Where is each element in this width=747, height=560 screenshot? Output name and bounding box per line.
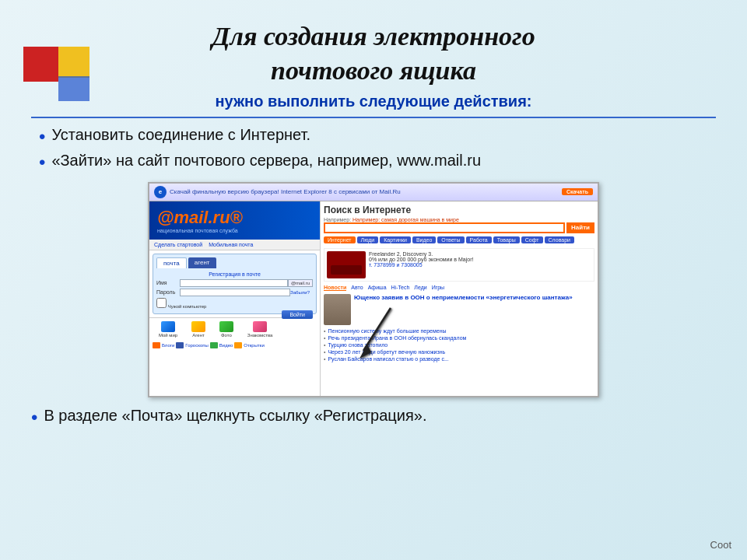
news-tab-hitech[interactable]: Hi-Tech	[391, 285, 410, 291]
divider	[31, 117, 716, 118]
mymirror-icon	[161, 321, 175, 332]
search-button[interactable]: Найти	[566, 222, 594, 233]
svg-line-0	[363, 308, 391, 351]
tab-video[interactable]: Видео	[412, 236, 436, 243]
link-blogs[interactable]: Блоги	[153, 342, 174, 348]
search-example: Например: Например: самая дорогая машина…	[324, 217, 594, 222]
news-tab-auto[interactable]: Авто	[351, 285, 363, 291]
subtitle: нужно выполнить следующие действия:	[31, 93, 716, 110]
bullet-item-1: Установить соединение с Интернет.	[39, 126, 716, 149]
agent-icon	[191, 321, 205, 332]
car-offer: 0% или до 200 000 руб экономии в Major!	[369, 257, 473, 262]
car-phone[interactable]: т. 7378999 и 7308005	[369, 262, 423, 268]
horoscope-icon	[176, 342, 184, 348]
yellow-square	[58, 47, 89, 78]
link-postcards[interactable]: Открытки	[234, 342, 264, 348]
registration-link[interactable]: Регистрация в почте	[156, 271, 313, 277]
icon-mymirror[interactable]: Мой мир	[159, 321, 177, 338]
login-button[interactable]: Войти	[282, 310, 313, 319]
ie-download-button[interactable]: Скачать	[562, 188, 593, 195]
blogs-icon	[153, 342, 160, 348]
news-tab-games[interactable]: Игры	[432, 285, 445, 291]
news-tabs: Новости Авто Афиша Hi-Tech Леди Игры	[324, 285, 594, 291]
link-video[interactable]: Видео	[210, 342, 233, 348]
mail-logo: @mail.ru®	[157, 208, 243, 228]
mail-panel: @mail.ru® национальная почтовая служба С…	[149, 201, 321, 396]
search-tabs: Интернет Люди Картинки Видео Ответы Рабо…	[324, 236, 594, 243]
search-input[interactable]	[324, 222, 565, 233]
photo-icon	[219, 321, 233, 332]
icon-dating[interactable]: Знакомства	[247, 321, 273, 338]
slide: Для создания электронного почтового ящик…	[0, 0, 747, 560]
name-row: Имя @mail.ru	[156, 279, 313, 287]
tab-soft[interactable]: Софт	[521, 236, 543, 243]
example-link[interactable]: Например: самая дорогая машина в мире	[352, 217, 459, 222]
ie-logo-icon: e	[154, 186, 167, 198]
icon-photo[interactable]: Фото	[219, 321, 233, 338]
foreign-computer-check: Чужой компьютер	[156, 298, 313, 309]
news-tab-news[interactable]: Новости	[324, 285, 346, 291]
car-ad: Freelander 2, Discovery 3. 0% или до 200…	[324, 248, 594, 282]
password-input[interactable]	[180, 289, 290, 296]
search-panel: Поиск в Интернете Например: Например: са…	[321, 201, 598, 396]
ie-toolbar: e Скачай финальную версию браузера! Inte…	[149, 184, 598, 201]
tab-dictionaries[interactable]: Словари	[545, 236, 574, 243]
mail-nav: Сделать стартовой Мобильная почта	[149, 240, 320, 250]
forgot-link[interactable]: Забыли?	[290, 290, 310, 295]
blue-square	[58, 76, 89, 101]
tab-people[interactable]: Люди	[357, 236, 379, 243]
postcards-icon	[234, 342, 242, 348]
bullet-list: Установить соединение с Интернет. «Зайти…	[39, 126, 716, 174]
news-tab-lady[interactable]: Леди	[414, 285, 426, 291]
domain-label: @mail.ru	[288, 279, 313, 287]
icon-agent[interactable]: Агент	[191, 321, 205, 338]
decorative-squares	[23, 47, 93, 101]
mail-tagline: национальная почтовая служба	[157, 228, 243, 233]
tab-mail[interactable]: почта	[156, 257, 187, 268]
main-title: Для создания электронного почтового ящик…	[31, 19, 716, 88]
dating-icon	[253, 321, 267, 332]
nav-startpage[interactable]: Сделать стартовой	[154, 242, 202, 247]
password-row: Пароль Забыли?	[156, 289, 313, 296]
mail-icons-row: Мой мир Агент Фото Знакомства	[149, 317, 282, 341]
news-tab-afisha[interactable]: Афиша	[368, 285, 387, 291]
tab-goods[interactable]: Товары	[493, 236, 520, 243]
password-label: Пароль	[156, 289, 180, 295]
screenshot-body: @mail.ru® национальная почтовая служба С…	[149, 201, 598, 396]
search-title: Поиск в Интернете	[324, 205, 594, 215]
bullet-item-2: «Зайти» на сайт почтового сервера, напри…	[39, 152, 716, 174]
person-image	[324, 294, 351, 325]
tab-agent[interactable]: агент	[188, 257, 216, 268]
nav-mobile[interactable]: Мобильная почта	[209, 242, 253, 247]
car-title: Freelander 2, Discovery 3.	[369, 251, 473, 257]
login-tabs: почта агент	[156, 257, 313, 268]
screenshot-box: e Скачай финальную версию браузера! Inte…	[148, 182, 599, 397]
car-image	[327, 251, 366, 278]
tab-work[interactable]: Работа	[466, 236, 492, 243]
slide-number: Coot	[710, 539, 731, 551]
search-bar: Найти	[324, 222, 594, 233]
link-horoscope[interactable]: Гороскопы	[176, 342, 208, 348]
tab-internet[interactable]: Интернет	[324, 236, 356, 243]
video-icon	[210, 342, 218, 348]
ie-banner-text: Скачай финальную версию браузера! Intern…	[170, 188, 401, 195]
tab-images[interactable]: Картинки	[380, 236, 411, 243]
name-label: Имя	[156, 280, 180, 285]
mail-links-row: Блоги Гороскопы Видео Открытки	[149, 341, 320, 350]
login-area: почта агент Регистрация в почте Имя @mai…	[153, 254, 317, 314]
car-text: Freelander 2, Discovery 3. 0% или до 200…	[369, 251, 473, 278]
red-square	[23, 47, 58, 82]
name-input[interactable]	[180, 279, 288, 287]
mail-header: @mail.ru® национальная почтовая служба	[149, 201, 320, 240]
bottom-bullet: В разделе «Почта» щелкнуть ссылку «Регис…	[31, 407, 716, 429]
foreign-checkbox[interactable]	[156, 298, 167, 308]
tab-answers[interactable]: Ответы	[437, 236, 464, 243]
